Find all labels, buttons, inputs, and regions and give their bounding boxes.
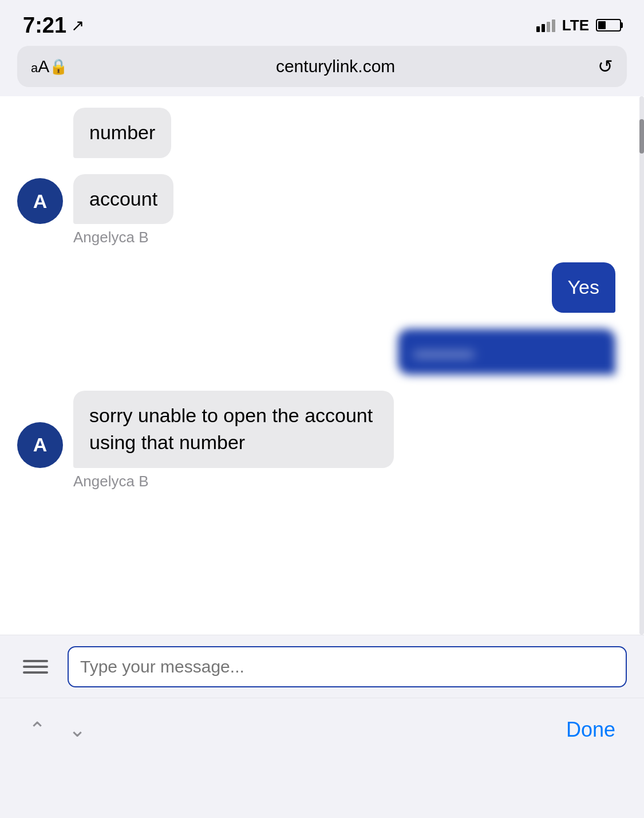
status-right: LTE: [536, 17, 621, 34]
font-size-control[interactable]: aA: [31, 57, 49, 76]
menu-line-3: [23, 671, 48, 674]
agent-name: Angelyca B: [73, 229, 149, 246]
big-a: A: [38, 57, 49, 76]
message-row: A account: [17, 174, 173, 225]
message-input[interactable]: [68, 646, 627, 687]
message-bubble-yes: Yes: [552, 262, 615, 313]
message-bubble-blurred: ••••••••••: [398, 329, 615, 375]
chat-area: number A account Angelyca B Yes: [0, 96, 644, 635]
message-text: ••••••••••: [414, 345, 474, 364]
message-text: Yes: [568, 276, 599, 298]
list-item: A sorry unable to open the account using…: [17, 391, 615, 490]
list-item: A account Angelyca B: [17, 174, 615, 247]
location-icon: ↗: [71, 16, 84, 35]
avatar-letter: A: [33, 190, 48, 213]
message-text: account: [89, 188, 157, 210]
avatar: A: [17, 178, 63, 224]
bottom-bar: ⌃ ⌄ Done: [0, 698, 644, 766]
avatar-letter: A: [33, 434, 48, 456]
chat-messages: number A account Angelyca B Yes: [0, 96, 644, 502]
input-area: [0, 635, 644, 698]
signal-bar-1: [536, 26, 540, 32]
menu-icon[interactable]: [17, 654, 54, 679]
message-text: number: [89, 121, 155, 143]
battery-fill: [598, 21, 606, 29]
lock-icon: 🔒: [49, 58, 68, 76]
message-text: sorry unable to open the account using t…: [89, 404, 373, 454]
status-time: 7:21 ↗: [23, 13, 84, 38]
list-item: ••••••••••: [17, 329, 615, 375]
battery-icon: [596, 19, 621, 32]
signal-bar-3: [547, 22, 550, 32]
refresh-icon[interactable]: ↺: [598, 56, 613, 77]
nav-down-arrow[interactable]: ⌄: [69, 718, 86, 742]
menu-line-1: [23, 660, 48, 662]
nav-up-arrow[interactable]: ⌃: [29, 718, 46, 742]
browser-bar: aA 🔒 centurylink.com ↺: [0, 46, 644, 96]
agent-name: Angelyca B: [73, 473, 149, 490]
status-bar: 7:21 ↗ LTE: [0, 0, 644, 46]
avatar: A: [17, 422, 63, 468]
signal-bars: [536, 18, 555, 32]
signal-bar-4: [552, 19, 555, 32]
nav-arrows: ⌃ ⌄: [29, 718, 86, 742]
url-bar[interactable]: aA 🔒 centurylink.com ↺: [17, 46, 627, 87]
scrollbar-track[interactable]: [639, 96, 644, 635]
scrollbar-thumb[interactable]: [639, 119, 644, 154]
message-row: A sorry unable to open the account using…: [17, 391, 394, 468]
small-a: a: [31, 61, 38, 75]
lte-label: LTE: [562, 17, 589, 34]
url-display[interactable]: centurylink.com: [73, 57, 598, 76]
message-bubble-account: account: [73, 174, 173, 225]
message-bubble-sorry: sorry unable to open the account using t…: [73, 391, 394, 468]
time-display: 7:21: [23, 13, 66, 38]
signal-bar-2: [542, 24, 545, 32]
list-item: Yes: [17, 262, 615, 313]
menu-line-2: [23, 666, 48, 668]
done-button[interactable]: Done: [566, 718, 615, 742]
message-bubble-number: number: [73, 108, 171, 158]
list-item: number: [17, 108, 615, 158]
